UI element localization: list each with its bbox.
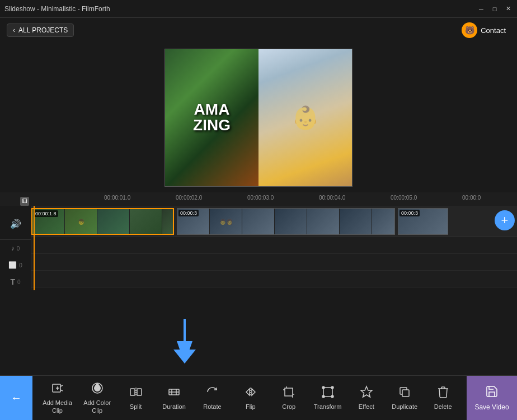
split-tool[interactable]: Split <box>119 383 153 413</box>
rotate-tool[interactable]: Rotate <box>195 383 229 413</box>
ruler-marks: 00:00:01.0 00:00:02.0 00:00:03.0 00:00:0… <box>31 192 517 206</box>
duplicate-tool[interactable]: Duplicate <box>388 383 421 413</box>
titlebar: Slideshow - Minimalistic - FilmForth ─ □… <box>0 0 517 18</box>
add-color-clip-tool[interactable]: Add ColorClip <box>80 379 114 416</box>
svg-marker-27 <box>361 386 372 397</box>
duration-tool[interactable]: Duration <box>157 383 191 413</box>
crop-label: Crop <box>282 403 295 410</box>
app-header: ‹ ALL PROJECTS 🐻 Contact <box>0 18 517 43</box>
ruler-mark-2: 00:00:02.0 <box>176 195 202 201</box>
add-clip-button[interactable]: + <box>495 210 515 230</box>
video-track: 00:00:1.8 👦 00:00:3 👨‍👩 <box>31 206 517 237</box>
timeline-container: 00:00:01.0 00:00:02.0 00:00:03.0 00:00:0… <box>0 192 517 375</box>
clip-1[interactable]: 00:00:1.8 👦 <box>31 208 174 235</box>
split-label: Split <box>130 403 142 410</box>
video-track-control[interactable]: 🔊 🎞 <box>0 208 31 239</box>
save-video-icon <box>485 385 499 401</box>
svg-point-26 <box>331 395 333 398</box>
text-icon: T <box>10 277 15 286</box>
clip-3-time-badge: 00:00:3 <box>400 210 420 216</box>
overlay-track <box>31 254 517 271</box>
clip-3[interactable]: 00:00:3 <box>398 208 448 235</box>
add-media-label: Add MediaClip <box>43 399 72 414</box>
flip-tool[interactable]: Flip <box>234 383 267 413</box>
add-color-label: Add ColorClip <box>83 399 111 414</box>
delete-tool[interactable]: Delete <box>426 383 460 413</box>
back-nav-button[interactable]: ← <box>0 376 32 421</box>
preview-left-image: AMAZING <box>165 49 258 186</box>
duplicate-icon <box>398 385 411 401</box>
contact-avatar: 🐻 <box>462 22 477 38</box>
preview-images: AMAZING 👶 <box>164 49 352 187</box>
text-track-label: 0 <box>17 279 21 285</box>
overlay-track-label: 0 <box>19 262 22 268</box>
maximize-button[interactable]: □ <box>490 4 499 13</box>
ruler-mark-5: 00:00:05.0 <box>391 195 417 201</box>
bottom-toolbar: ← Add MediaClip Add Colo <box>0 375 517 420</box>
preview-text-overlay: AMAZING <box>193 102 231 133</box>
svg-point-23 <box>322 386 325 389</box>
effect-icon <box>360 385 373 401</box>
ruler-mark-4: 00:00:04.0 <box>319 195 345 201</box>
clip-2-time-badge: 00:00:3 <box>178 210 199 216</box>
overlay-track-control[interactable]: ⬜ 0 <box>0 257 31 273</box>
effect-label: Effect <box>359 403 374 410</box>
add-color-icon <box>91 381 104 397</box>
tool-items: Add MediaClip Add ColorClip Split <box>32 379 467 416</box>
audio-track-label: 0 <box>17 246 20 252</box>
back-button[interactable]: ‹ ALL PROJECTS <box>7 23 74 37</box>
text-track <box>31 271 517 287</box>
transform-label: Transform <box>314 403 342 410</box>
svg-rect-22 <box>323 388 332 397</box>
flip-icon <box>244 385 257 401</box>
flip-label: Flip <box>246 403 256 410</box>
delete-icon <box>436 385 450 401</box>
save-video-button[interactable]: Save Video <box>467 376 517 421</box>
svg-rect-28 <box>402 390 409 397</box>
text-track-control[interactable]: T 0 <box>0 273 31 290</box>
audio-track <box>31 237 517 254</box>
preview-right-image: 👶 <box>258 49 352 186</box>
svg-rect-10 <box>137 389 142 395</box>
svg-rect-17 <box>285 388 293 396</box>
rotate-icon <box>205 385 219 401</box>
duration-label: Duration <box>162 403 186 410</box>
back-chevron-icon: ‹ <box>13 26 15 34</box>
contact-button[interactable]: 🐻 Contact <box>457 20 510 40</box>
music-icon: ♪ <box>11 244 15 252</box>
svg-point-24 <box>331 386 333 389</box>
add-media-icon <box>51 381 64 397</box>
overlay-icon: ⬜ <box>8 261 17 269</box>
back-label: ALL PROJECTS <box>18 26 68 34</box>
minimize-button[interactable]: ─ <box>477 4 486 13</box>
effect-tool[interactable]: Effect <box>350 383 383 413</box>
svg-rect-9 <box>130 389 135 395</box>
preview-area: AMAZING 👶 <box>0 43 517 192</box>
delete-label: Delete <box>434 403 452 410</box>
close-button[interactable]: ✕ <box>504 4 513 13</box>
app-title: Slideshow - Minimalistic - FilmForth <box>4 5 110 13</box>
contact-label: Contact <box>481 26 506 35</box>
timeline-main: 🔊 🎞 ♪ 0 ⬜ 0 T 0 <box>0 206 517 290</box>
crop-tool[interactable]: Crop <box>272 383 306 413</box>
svg-point-25 <box>322 395 325 398</box>
timeline-tracks: 00:00:1.8 👦 00:00:3 👨‍👩 <box>31 206 517 290</box>
ruler-mark-3: 00:00:03.0 <box>247 195 274 201</box>
ruler-mark-6: 00:00:0 <box>462 195 481 201</box>
volume-track-icon: 🔊 <box>10 219 21 229</box>
split-icon <box>129 385 143 401</box>
timeline-ruler: 00:00:01.0 00:00:02.0 00:00:03.0 00:00:0… <box>0 192 517 206</box>
window-controls[interactable]: ─ □ ✕ <box>477 4 513 13</box>
save-video-label: Save Video <box>474 403 509 411</box>
rotate-label: Rotate <box>203 403 221 410</box>
transform-icon <box>321 385 335 401</box>
add-media-clip-tool[interactable]: Add MediaClip <box>39 379 76 416</box>
clip-2[interactable]: 00:00:3 👨‍👩 <box>177 208 395 235</box>
crop-icon <box>282 385 295 401</box>
track-controls-panel: 🔊 🎞 ♪ 0 ⬜ 0 T 0 <box>0 206 31 290</box>
audio-track-control[interactable]: ♪ 0 <box>0 240 31 257</box>
duration-icon <box>167 385 181 401</box>
duplicate-label: Duplicate <box>392 403 417 410</box>
clip-icon: 🎞 <box>20 197 29 206</box>
transform-tool[interactable]: Transform <box>311 383 345 413</box>
